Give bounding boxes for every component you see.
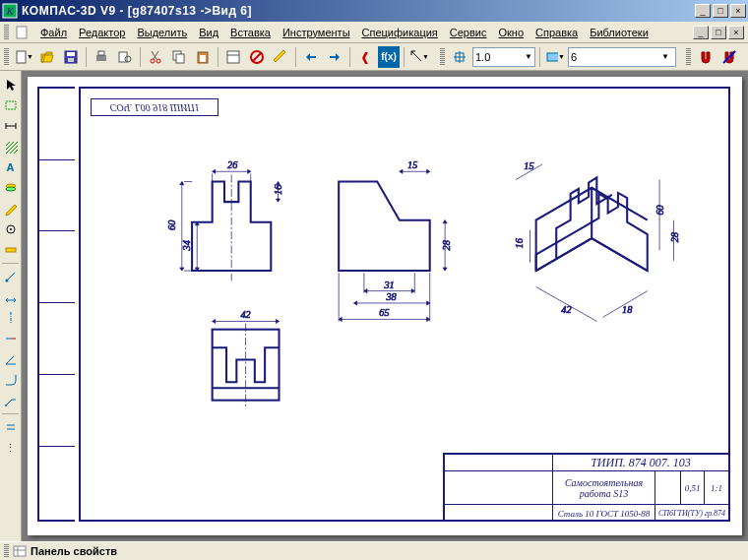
toolbar-grip-2[interactable]	[440, 48, 445, 66]
minimize-button[interactable]: _	[695, 4, 711, 18]
menu-help[interactable]: Справка	[530, 25, 584, 40]
menu-service[interactable]: Сервис	[444, 25, 493, 40]
app-icon: K	[2, 3, 18, 19]
undo-button[interactable]	[300, 46, 322, 68]
workarea: A ⋮ СОЧ. L00 918 ШИП1	[0, 71, 748, 541]
fx-button[interactable]: f(x)	[378, 46, 400, 68]
brace-button[interactable]: ❰	[354, 46, 376, 68]
menu-edit[interactable]: Редактор	[73, 25, 131, 40]
preview-button[interactable]	[114, 46, 136, 68]
axis-tool[interactable]	[1, 308, 21, 328]
bottombar-grip[interactable]	[4, 544, 9, 558]
separator	[539, 47, 540, 67]
magnet-on-button[interactable]	[695, 46, 717, 68]
doc-icon	[15, 26, 29, 39]
svg-rect-5	[67, 52, 75, 56]
params-tool[interactable]	[1, 219, 21, 239]
state-input[interactable]	[571, 51, 659, 63]
help-button[interactable]: ?▼	[408, 46, 430, 68]
menu-file[interactable]: Файл	[34, 25, 73, 40]
sidebar-separator	[2, 263, 19, 264]
angle-tool[interactable]	[1, 349, 21, 369]
canvas[interactable]: СОЧ. L00 918 ШИП1 26	[22, 71, 748, 541]
window-title: КОМПАС-3D V9 - [g87407s13 ->Вид 6]	[22, 4, 695, 18]
mdi-minimize-button[interactable]: _	[693, 26, 709, 39]
open-button[interactable]	[36, 46, 58, 68]
separator	[404, 47, 405, 67]
menu-window[interactable]: Окно	[492, 25, 530, 40]
svg-line-37	[7, 273, 15, 280]
measure-tool[interactable]	[1, 240, 21, 260]
mdi-restore-button[interactable]: □	[711, 26, 726, 39]
svg-point-42	[5, 404, 7, 406]
drawing-sheet: СОЧ. L00 918 ШИП1 26	[28, 77, 742, 535]
menu-spec[interactable]: Спецификация	[356, 25, 444, 40]
maximize-button[interactable]: □	[713, 4, 728, 18]
scale-lock-button[interactable]	[449, 46, 470, 68]
toolbar-grip-1[interactable]	[4, 48, 9, 66]
new-button[interactable]: ▼	[13, 46, 34, 68]
svg-rect-25	[547, 53, 558, 61]
rect-select-tool[interactable]	[1, 95, 21, 115]
print-button[interactable]	[91, 46, 112, 68]
zoom-combo[interactable]: ▼	[472, 47, 535, 67]
paste-button[interactable]	[192, 46, 214, 68]
menu-tools[interactable]: Инструменты	[277, 25, 356, 40]
edit-tool[interactable]	[1, 199, 21, 218]
menu-insert[interactable]: Вставка	[224, 25, 277, 40]
svg-rect-89	[14, 546, 26, 556]
state-toggle-button[interactable]: ▼	[544, 46, 566, 68]
bottom-panel-bar: Панель свойств	[0, 541, 748, 560]
dropdown-arrow-icon[interactable]: ▼	[661, 52, 669, 61]
title-block: ТИИП. 874 007. 103 Самостоятельная работ…	[443, 453, 728, 520]
redo-button[interactable]	[324, 46, 345, 68]
svg-rect-35	[6, 248, 16, 252]
dim-horiz-tool[interactable]	[1, 287, 21, 307]
extend-tool[interactable]	[1, 329, 21, 348]
svg-text:60: 60	[654, 205, 665, 215]
properties-panel-label[interactable]: Панель свойств	[31, 545, 117, 557]
magnet-off-button[interactable]	[718, 46, 740, 68]
text-tool[interactable]: A	[1, 157, 21, 177]
toolbar-grip-3[interactable]	[686, 48, 691, 66]
leader-tool[interactable]	[1, 391, 21, 410]
toolbar: ▼ ❰ f(x) ?▼ ▼ ▼ ▼	[0, 43, 748, 71]
fillet-tool[interactable]	[1, 370, 21, 390]
svg-text:16: 16	[514, 237, 525, 248]
svg-point-32	[6, 187, 16, 191]
menu-view[interactable]: Вид	[193, 25, 224, 40]
svg-text:15: 15	[524, 160, 533, 171]
menu-select[interactable]: Выделить	[131, 25, 193, 40]
svg-text:18: 18	[622, 304, 633, 315]
point-tool[interactable]	[1, 267, 21, 286]
svg-text:31: 31	[383, 280, 394, 290]
svg-rect-27	[6, 101, 16, 109]
mdi-close-button[interactable]: ×	[728, 26, 744, 39]
copy-button[interactable]	[168, 46, 190, 68]
zoom-input[interactable]	[475, 51, 523, 63]
equal-tool[interactable]	[1, 417, 21, 437]
dropdown-arrow-icon[interactable]: ▼	[525, 52, 532, 61]
svg-text:42: 42	[240, 309, 250, 320]
drawing-name-1: Самостоятельная	[565, 477, 643, 488]
layers-tool[interactable]	[1, 178, 21, 198]
properties-icon[interactable]	[13, 544, 27, 558]
svg-rect-8	[98, 51, 104, 55]
cut-button[interactable]	[145, 46, 166, 68]
hatch-tool[interactable]	[1, 137, 21, 156]
save-button[interactable]	[60, 46, 82, 68]
menubar-grip[interactable]	[4, 25, 9, 40]
menu-libs[interactable]: Библиотеки	[584, 25, 654, 40]
brush-button[interactable]	[270, 46, 291, 68]
select-tool[interactable]	[1, 75, 21, 94]
separator	[86, 47, 87, 67]
props-button[interactable]	[222, 46, 244, 68]
state-combo[interactable]: ▼	[568, 47, 676, 67]
org: СПбГТИ(ТУ) гр.874	[655, 505, 728, 522]
drawing-code: ТИИП. 874 007. 103	[553, 455, 728, 470]
close-button[interactable]: ×	[730, 4, 746, 18]
cancel-button[interactable]	[246, 46, 268, 68]
separator	[218, 47, 218, 67]
more-tool[interactable]: ⋮	[1, 438, 21, 458]
dimension-tool[interactable]	[1, 116, 21, 136]
